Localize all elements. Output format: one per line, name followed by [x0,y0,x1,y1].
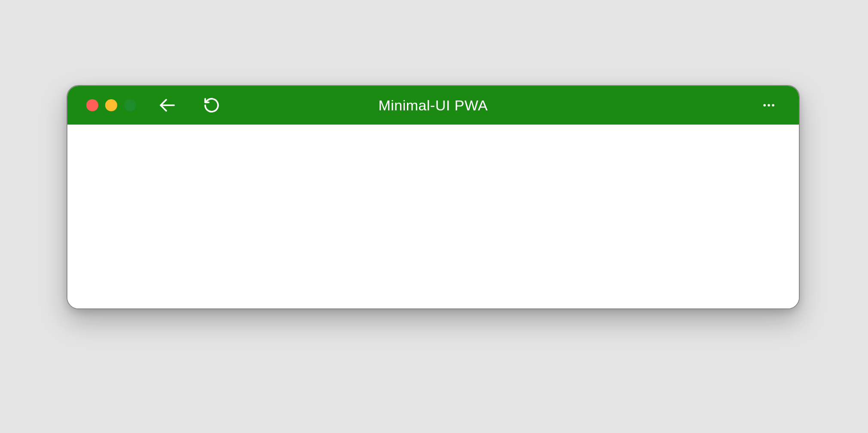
titlebar: Minimal-UI PWA [67,86,799,125]
window-close-button[interactable] [86,99,98,111]
window-minimize-button[interactable] [105,99,117,111]
more-options-button[interactable] [759,95,779,116]
reload-icon [203,97,220,114]
app-window: Minimal-UI PWA [67,85,800,309]
window-maximize-button[interactable] [124,99,136,111]
ellipsis-icon [762,98,776,113]
reload-button[interactable] [201,95,222,116]
content-area [67,125,799,308]
traffic-lights [86,99,136,111]
window-title: Minimal-UI PWA [378,97,488,114]
arrow-left-icon [158,96,176,115]
svg-point-2 [768,104,770,107]
svg-point-1 [763,104,766,107]
back-button[interactable] [157,95,177,116]
svg-point-3 [772,104,774,107]
